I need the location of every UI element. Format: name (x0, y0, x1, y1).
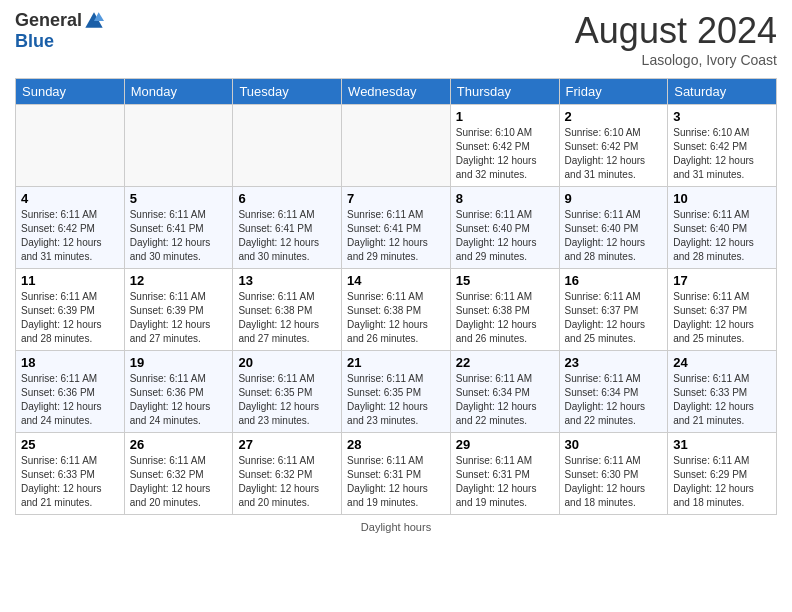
calendar-cell-2-2: 13Sunrise: 6:11 AMSunset: 6:38 PMDayligh… (233, 269, 342, 351)
calendar-cell-0-4: 1Sunrise: 6:10 AMSunset: 6:42 PMDaylight… (450, 105, 559, 187)
day-number: 31 (673, 437, 771, 452)
col-friday: Friday (559, 79, 668, 105)
day-number: 14 (347, 273, 445, 288)
calendar-cell-4-4: 29Sunrise: 6:11 AMSunset: 6:31 PMDayligh… (450, 433, 559, 515)
day-info: Sunrise: 6:11 AMSunset: 6:35 PMDaylight:… (347, 372, 445, 428)
day-info: Sunrise: 6:11 AMSunset: 6:32 PMDaylight:… (238, 454, 336, 510)
calendar-cell-4-1: 26Sunrise: 6:11 AMSunset: 6:32 PMDayligh… (124, 433, 233, 515)
calendar-cell-0-3 (342, 105, 451, 187)
day-info: Sunrise: 6:11 AMSunset: 6:36 PMDaylight:… (130, 372, 228, 428)
logo-general: General (15, 10, 82, 31)
col-wednesday: Wednesday (342, 79, 451, 105)
day-info: Sunrise: 6:11 AMSunset: 6:38 PMDaylight:… (347, 290, 445, 346)
day-info: Sunrise: 6:11 AMSunset: 6:36 PMDaylight:… (21, 372, 119, 428)
day-info: Sunrise: 6:11 AMSunset: 6:31 PMDaylight:… (347, 454, 445, 510)
month-year-title: August 2024 (575, 10, 777, 52)
day-number: 6 (238, 191, 336, 206)
calendar-cell-3-0: 18Sunrise: 6:11 AMSunset: 6:36 PMDayligh… (16, 351, 125, 433)
day-info: Sunrise: 6:11 AMSunset: 6:34 PMDaylight:… (565, 372, 663, 428)
logo: General Blue (15, 10, 104, 52)
calendar-cell-0-0 (16, 105, 125, 187)
calendar-row-4: 25Sunrise: 6:11 AMSunset: 6:33 PMDayligh… (16, 433, 777, 515)
day-number: 12 (130, 273, 228, 288)
day-number: 1 (456, 109, 554, 124)
col-tuesday: Tuesday (233, 79, 342, 105)
day-info: Sunrise: 6:11 AMSunset: 6:41 PMDaylight:… (238, 208, 336, 264)
calendar-cell-1-5: 9Sunrise: 6:11 AMSunset: 6:40 PMDaylight… (559, 187, 668, 269)
day-number: 2 (565, 109, 663, 124)
calendar-table: Sunday Monday Tuesday Wednesday Thursday… (15, 78, 777, 515)
day-number: 10 (673, 191, 771, 206)
day-info: Sunrise: 6:11 AMSunset: 6:37 PMDaylight:… (673, 290, 771, 346)
day-number: 8 (456, 191, 554, 206)
calendar-cell-2-1: 12Sunrise: 6:11 AMSunset: 6:39 PMDayligh… (124, 269, 233, 351)
col-monday: Monday (124, 79, 233, 105)
day-number: 15 (456, 273, 554, 288)
calendar-cell-0-6: 3Sunrise: 6:10 AMSunset: 6:42 PMDaylight… (668, 105, 777, 187)
calendar-cell-4-3: 28Sunrise: 6:11 AMSunset: 6:31 PMDayligh… (342, 433, 451, 515)
calendar-cell-4-5: 30Sunrise: 6:11 AMSunset: 6:30 PMDayligh… (559, 433, 668, 515)
logo-icon (84, 11, 104, 31)
calendar-cell-1-0: 4Sunrise: 6:11 AMSunset: 6:42 PMDaylight… (16, 187, 125, 269)
day-info: Sunrise: 6:11 AMSunset: 6:33 PMDaylight:… (21, 454, 119, 510)
day-number: 7 (347, 191, 445, 206)
calendar-cell-3-3: 21Sunrise: 6:11 AMSunset: 6:35 PMDayligh… (342, 351, 451, 433)
calendar-cell-0-5: 2Sunrise: 6:10 AMSunset: 6:42 PMDaylight… (559, 105, 668, 187)
page-header: General Blue August 2024 Lasologo, Ivory… (15, 10, 777, 68)
day-info: Sunrise: 6:11 AMSunset: 6:38 PMDaylight:… (456, 290, 554, 346)
day-info: Sunrise: 6:10 AMSunset: 6:42 PMDaylight:… (456, 126, 554, 182)
day-info: Sunrise: 6:11 AMSunset: 6:41 PMDaylight:… (130, 208, 228, 264)
location-subtitle: Lasologo, Ivory Coast (575, 52, 777, 68)
header-row: Sunday Monday Tuesday Wednesday Thursday… (16, 79, 777, 105)
day-number: 17 (673, 273, 771, 288)
day-info: Sunrise: 6:11 AMSunset: 6:41 PMDaylight:… (347, 208, 445, 264)
day-number: 22 (456, 355, 554, 370)
day-number: 18 (21, 355, 119, 370)
day-number: 23 (565, 355, 663, 370)
calendar-cell-4-0: 25Sunrise: 6:11 AMSunset: 6:33 PMDayligh… (16, 433, 125, 515)
calendar-cell-2-0: 11Sunrise: 6:11 AMSunset: 6:39 PMDayligh… (16, 269, 125, 351)
day-number: 26 (130, 437, 228, 452)
calendar-cell-0-2 (233, 105, 342, 187)
day-number: 25 (21, 437, 119, 452)
col-sunday: Sunday (16, 79, 125, 105)
day-info: Sunrise: 6:11 AMSunset: 6:29 PMDaylight:… (673, 454, 771, 510)
day-number: 4 (21, 191, 119, 206)
calendar-row-0: 1Sunrise: 6:10 AMSunset: 6:42 PMDaylight… (16, 105, 777, 187)
day-info: Sunrise: 6:11 AMSunset: 6:40 PMDaylight:… (673, 208, 771, 264)
calendar-cell-3-5: 23Sunrise: 6:11 AMSunset: 6:34 PMDayligh… (559, 351, 668, 433)
calendar-cell-4-6: 31Sunrise: 6:11 AMSunset: 6:29 PMDayligh… (668, 433, 777, 515)
day-info: Sunrise: 6:11 AMSunset: 6:34 PMDaylight:… (456, 372, 554, 428)
day-number: 21 (347, 355, 445, 370)
col-thursday: Thursday (450, 79, 559, 105)
day-info: Sunrise: 6:11 AMSunset: 6:32 PMDaylight:… (130, 454, 228, 510)
day-number: 27 (238, 437, 336, 452)
calendar-cell-2-4: 15Sunrise: 6:11 AMSunset: 6:38 PMDayligh… (450, 269, 559, 351)
day-number: 3 (673, 109, 771, 124)
day-number: 5 (130, 191, 228, 206)
day-info: Sunrise: 6:10 AMSunset: 6:42 PMDaylight:… (673, 126, 771, 182)
logo-blue-text: Blue (15, 31, 104, 52)
day-number: 29 (456, 437, 554, 452)
page-container: General Blue August 2024 Lasologo, Ivory… (0, 0, 792, 543)
calendar-cell-1-1: 5Sunrise: 6:11 AMSunset: 6:41 PMDaylight… (124, 187, 233, 269)
day-info: Sunrise: 6:11 AMSunset: 6:39 PMDaylight:… (21, 290, 119, 346)
calendar-row-2: 11Sunrise: 6:11 AMSunset: 6:39 PMDayligh… (16, 269, 777, 351)
calendar-cell-3-4: 22Sunrise: 6:11 AMSunset: 6:34 PMDayligh… (450, 351, 559, 433)
day-info: Sunrise: 6:11 AMSunset: 6:33 PMDaylight:… (673, 372, 771, 428)
calendar-row-3: 18Sunrise: 6:11 AMSunset: 6:36 PMDayligh… (16, 351, 777, 433)
calendar-cell-2-3: 14Sunrise: 6:11 AMSunset: 6:38 PMDayligh… (342, 269, 451, 351)
logo-blue: Blue (15, 31, 54, 51)
title-section: August 2024 Lasologo, Ivory Coast (575, 10, 777, 68)
calendar-cell-4-2: 27Sunrise: 6:11 AMSunset: 6:32 PMDayligh… (233, 433, 342, 515)
day-info: Sunrise: 6:11 AMSunset: 6:37 PMDaylight:… (565, 290, 663, 346)
day-info: Sunrise: 6:11 AMSunset: 6:40 PMDaylight:… (565, 208, 663, 264)
day-info: Sunrise: 6:11 AMSunset: 6:40 PMDaylight:… (456, 208, 554, 264)
logo-text: General (15, 10, 104, 31)
day-info: Sunrise: 6:11 AMSunset: 6:38 PMDaylight:… (238, 290, 336, 346)
day-number: 24 (673, 355, 771, 370)
day-info: Sunrise: 6:11 AMSunset: 6:31 PMDaylight:… (456, 454, 554, 510)
calendar-cell-3-1: 19Sunrise: 6:11 AMSunset: 6:36 PMDayligh… (124, 351, 233, 433)
calendar-cell-3-2: 20Sunrise: 6:11 AMSunset: 6:35 PMDayligh… (233, 351, 342, 433)
calendar-cell-1-4: 8Sunrise: 6:11 AMSunset: 6:40 PMDaylight… (450, 187, 559, 269)
